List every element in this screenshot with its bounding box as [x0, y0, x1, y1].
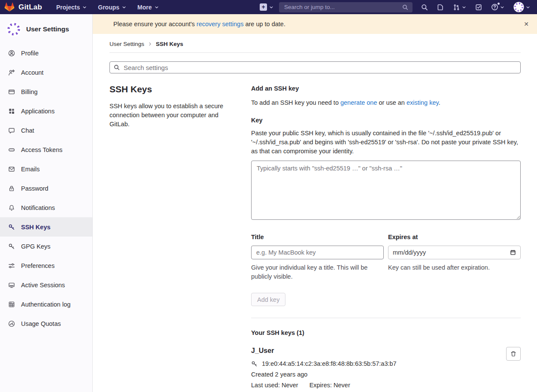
page-description: SSH keys allow you to establish a secure…: [109, 102, 237, 129]
applications-icon: [8, 108, 15, 115]
avatar: [513, 2, 524, 12]
merge-requests-dropdown[interactable]: [453, 4, 466, 11]
new-item-dropdown[interactable]: +: [260, 3, 273, 11]
recovery-settings-link[interactable]: recovery settings: [197, 21, 244, 27]
ssh-key-form-column: Add an SSH key To add an SSH key you nee…: [251, 84, 521, 389]
your-ssh-keys-heading: Your SSH keys (1): [251, 329, 521, 336]
issues-icon[interactable]: [437, 4, 444, 11]
sidebar-item-usage-quotas[interactable]: Usage Quotas: [0, 314, 92, 333]
recovery-alert-banner: Please ensure your account's recovery se…: [93, 14, 537, 34]
calendar-icon[interactable]: [510, 249, 516, 255]
sidebar-item-active-sessions[interactable]: Active Sessions: [0, 275, 92, 295]
title-input[interactable]: [251, 246, 384, 259]
expires-field-label: Expires at: [388, 234, 521, 240]
key-field-help: Paste your public SSH key, which is usua…: [251, 129, 521, 156]
title-field-group: Title Give your individual key a title. …: [251, 234, 384, 281]
gitlab-logo[interactable]: GitLab: [4, 2, 42, 12]
add-ssh-key-heading: Add an SSH key: [251, 85, 521, 92]
chevron-down-icon: [269, 5, 273, 9]
brand-wordmark: GitLab: [18, 3, 42, 12]
section-divider: [251, 318, 521, 318]
settings-search-input[interactable]: [123, 64, 516, 72]
ssh-key-textarea[interactable]: [251, 161, 521, 220]
generate-one-link[interactable]: generate one: [340, 99, 377, 106]
existing-key-link[interactable]: existing key: [407, 99, 439, 106]
sidebar-item-billing[interactable]: Billing: [0, 82, 92, 101]
sidebar-item-chat[interactable]: Chat: [0, 121, 92, 140]
ssh-key-usage: Last used: Never Expires: Never: [251, 382, 397, 389]
global-search-input[interactable]: [283, 3, 402, 11]
profile-icon: [8, 50, 15, 57]
add-ssh-key-intro: To add an SSH key you need to generate o…: [251, 99, 521, 106]
ssh-key-fingerprint-row: 19:e0:44:a5:14:c2:3a:e8:f8:48:8b:63:5b:5…: [251, 360, 397, 367]
add-key-button[interactable]: Add key: [251, 293, 285, 306]
sidebar-item-access-tokens[interactable]: Access Tokens: [0, 140, 92, 159]
top-navbar: GitLab Projects Groups More +: [0, 0, 537, 14]
ssh-key-details: J_User 19:e0:44:a5:14:c2:3a:e8:f8:48:8b:…: [251, 347, 397, 389]
settings-search[interactable]: [109, 61, 521, 73]
access-tokens-icon: [8, 146, 15, 153]
sidebar-item-notifications[interactable]: Notifications: [0, 198, 92, 217]
ssh-key-name: J_User: [251, 347, 397, 355]
authentication-log-icon: [8, 301, 15, 308]
chevron-right-icon: [148, 42, 152, 46]
avatar: [6, 21, 21, 37]
chevron-down-icon: [526, 5, 530, 9]
navbar-icon-cluster: [421, 2, 530, 12]
sidebar-item-ssh-keys[interactable]: SSH Keys: [0, 217, 92, 237]
help-dropdown[interactable]: [491, 3, 504, 11]
sidebar-item-applications[interactable]: Applications: [0, 101, 92, 121]
chevron-down-icon: [155, 5, 159, 9]
sidebar-item-account[interactable]: Account: [0, 63, 92, 82]
date-placeholder: mm/dd/yyyy: [393, 249, 426, 256]
close-icon[interactable]: ✕: [520, 19, 532, 29]
breadcrumb-user-settings[interactable]: User Settings: [109, 41, 144, 47]
key-icon: [251, 361, 258, 367]
ssh-key-list-item: J_User 19:e0:44:a5:14:c2:3a:e8:f8:48:8b:…: [251, 347, 521, 389]
chat-icon: [8, 127, 15, 134]
sidebar-item-profile[interactable]: Profile: [0, 43, 92, 63]
ssh-key-last-used: Last used: Never: [251, 382, 298, 389]
search-icon: [402, 4, 408, 10]
key-icon: [8, 243, 15, 250]
sidebar-item-gpg-keys[interactable]: GPG Keys: [0, 237, 92, 256]
search-icon: [114, 64, 120, 70]
chevron-down-icon: [462, 5, 466, 9]
page-intro-column: SSH Keys SSH keys allow you to establish…: [109, 84, 251, 389]
search-icon[interactable]: [421, 4, 428, 11]
main-content: Please ensure your account's recovery se…: [93, 14, 537, 392]
key-field-label: Key: [251, 117, 521, 124]
sidebar-item-emails[interactable]: Emails: [0, 159, 92, 179]
merge-request-icon: [453, 4, 460, 11]
sidebar-title: User Settings: [26, 25, 69, 33]
global-search[interactable]: [279, 2, 413, 12]
nav-menu-more[interactable]: More: [132, 4, 164, 11]
chevron-down-icon: [122, 5, 126, 9]
sidebar-header: User Settings: [0, 21, 92, 37]
breadcrumb-ssh-keys: SSH Keys: [156, 41, 183, 47]
ssh-key-created: Created 2 years ago: [251, 371, 397, 378]
settings-sidebar: User Settings Profile Account Billing Ap…: [0, 14, 93, 392]
expires-field-group: Expires at mm/dd/yyyy Key can still be u…: [388, 234, 521, 281]
user-menu[interactable]: [513, 2, 530, 12]
sidebar-item-preferences[interactable]: Preferences: [0, 256, 92, 275]
preferences-icon: [8, 262, 15, 269]
nav-menu-projects[interactable]: Projects: [51, 4, 92, 11]
nav-menu-groups[interactable]: Groups: [92, 4, 132, 11]
todo-done-icon[interactable]: [475, 4, 482, 11]
sidebar-item-password[interactable]: Password: [0, 179, 92, 198]
sidebar-item-authentication-log[interactable]: Authentication log: [0, 295, 92, 314]
expires-field-hint: Key can still be used after expiration.: [388, 263, 521, 272]
key-icon: [8, 224, 15, 231]
gitlab-tanuki-icon: [4, 2, 15, 12]
billing-icon: [8, 88, 15, 95]
chevron-down-icon: [82, 5, 87, 9]
ssh-key-fingerprint: 19:e0:44:a5:14:c2:3a:e8:f8:48:8b:63:5b:5…: [262, 360, 397, 367]
alert-text: Please ensure your account's recovery se…: [113, 21, 285, 27]
help-icon: [491, 3, 498, 11]
title-field-hint: Give your individual key a title. This w…: [251, 263, 384, 281]
page-title: SSH Keys: [109, 84, 237, 94]
expires-at-input[interactable]: mm/dd/yyyy: [388, 246, 521, 259]
password-icon: [8, 185, 15, 192]
delete-key-button[interactable]: [506, 347, 521, 361]
